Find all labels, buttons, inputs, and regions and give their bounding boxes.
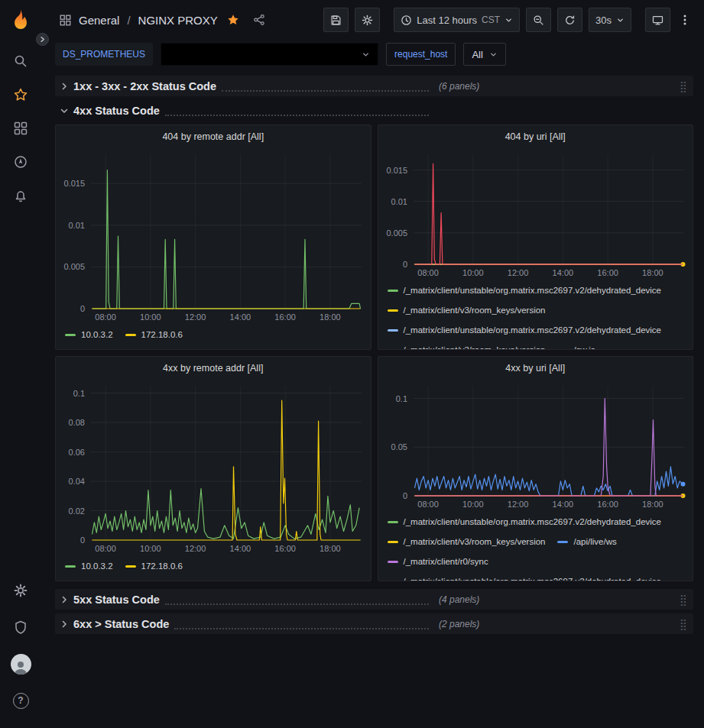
row-5xx[interactable]: 5xx Status Code (4 panels) ⣿ bbox=[55, 589, 693, 610]
explore-compass-icon[interactable] bbox=[5, 147, 36, 177]
legend-swatch bbox=[125, 565, 136, 568]
sidebar-bottom-nav: ? bbox=[5, 572, 36, 719]
panel-title[interactable]: 4xx by uri [All] bbox=[378, 357, 693, 380]
legend-item[interactable]: 10.0.3.2 bbox=[65, 327, 113, 342]
svg-text:0.01: 0.01 bbox=[69, 221, 85, 230]
row-1xx-3xx-2xx[interactable]: 1xx - 3xx - 2xx Status Code (6 panels) ⣿ bbox=[55, 76, 693, 96]
legend-swatch bbox=[557, 541, 568, 543]
legend-label: 172.18.0.6 bbox=[141, 561, 183, 571]
legend-item[interactable]: 172.18.0.6 bbox=[125, 327, 183, 342]
sidebar-top-nav bbox=[5, 43, 36, 214]
favorite-star-icon[interactable] bbox=[227, 14, 239, 26]
svg-text:14:00: 14:00 bbox=[230, 312, 251, 322]
grafana-logo-icon[interactable] bbox=[7, 6, 34, 34]
svg-text:16:00: 16:00 bbox=[274, 544, 296, 553]
time-series-plot[interactable]: 00.0050.010.01508:0010:0012:0014:0016:00… bbox=[56, 148, 371, 324]
legend-swatch bbox=[388, 561, 398, 563]
legend-item[interactable]: /_matrix/client/v3/room_keys/version bbox=[388, 534, 546, 549]
legend-item[interactable]: 10.0.3.2 bbox=[65, 558, 113, 574]
legend-label: /_matrix/client/v3/room_keys/version bbox=[404, 306, 546, 315]
row-drag-handle[interactable]: ⣿ bbox=[673, 81, 693, 92]
svg-text:16:00: 16:00 bbox=[274, 312, 296, 322]
var-request-host-value: All bbox=[472, 49, 482, 60]
legend-item[interactable]: /_matrix/client/unstable/org.matrix.msc2… bbox=[388, 514, 662, 529]
chart-svg: 00.0050.010.01508:0010:0012:0014:0016:00… bbox=[56, 148, 371, 324]
save-dashboard-button[interactable] bbox=[323, 8, 349, 32]
row-drag-handle[interactable]: ⣿ bbox=[673, 619, 693, 629]
user-avatar[interactable] bbox=[5, 649, 36, 679]
legend-item[interactable]: /_matrix/client/unstable/org.matrix.msc2… bbox=[388, 322, 662, 338]
breadcrumb-separator: / bbox=[127, 14, 130, 27]
server-admin-gear-icon[interactable] bbox=[5, 575, 36, 606]
row-title: 4xx Status Code bbox=[73, 105, 160, 117]
var-ds-prometheus-select[interactable] bbox=[161, 43, 378, 66]
dashboard-settings-button[interactable] bbox=[355, 8, 380, 32]
tv-mode-button[interactable] bbox=[645, 8, 670, 32]
chevron-down-icon bbox=[362, 50, 370, 59]
legend-label: /sw.js bbox=[573, 345, 595, 349]
legend-item[interactable]: /_matrix/client/r0/sync bbox=[388, 554, 488, 569]
svg-text:14:00: 14:00 bbox=[230, 544, 251, 553]
var-request-host-label[interactable]: request_host bbox=[386, 43, 456, 66]
zoom-out-button[interactable] bbox=[526, 8, 551, 32]
row-drag-handle[interactable]: ⣿ bbox=[673, 594, 693, 605]
svg-text:08:00: 08:00 bbox=[417, 268, 439, 277]
svg-text:0: 0 bbox=[402, 491, 407, 500]
refresh-interval-label: 30s bbox=[595, 15, 612, 26]
svg-text:08:00: 08:00 bbox=[95, 312, 116, 322]
var-ds-prometheus-label[interactable]: DS_PROMETHEUS bbox=[55, 43, 153, 66]
legend-swatch bbox=[388, 329, 398, 332]
time-series-plot[interactable]: 00.0050.010.01508:0010:0012:0014:0016:00… bbox=[378, 148, 693, 280]
time-series-plot[interactable]: 00.050.108:0010:0012:0014:0016:0018:00 bbox=[378, 380, 693, 511]
row-title: 6xx > Status Code bbox=[73, 618, 169, 630]
svg-text:10:00: 10:00 bbox=[462, 268, 484, 277]
admin-shield-icon[interactable] bbox=[5, 612, 36, 642]
legend-item[interactable]: /_matrix/client/v3/room_keys/version bbox=[388, 303, 546, 318]
row-6xx[interactable]: 6xx > Status Code (2 panels) ⣿ bbox=[55, 613, 693, 634]
legend-item[interactable]: /_matrix/client/unstable/org.matrix.msc2… bbox=[388, 283, 662, 298]
sidebar-expand-button[interactable] bbox=[36, 33, 49, 46]
refresh-button[interactable] bbox=[557, 8, 582, 32]
search-icon[interactable] bbox=[5, 46, 36, 76]
dashboard-grid-icon bbox=[60, 15, 71, 26]
avatar bbox=[11, 654, 31, 675]
svg-text:0: 0 bbox=[80, 535, 85, 545]
panel-legend: 10.0.3.2172.18.0.6 bbox=[56, 324, 371, 349]
topbar-actions: Last 12 hours CST 30s bbox=[323, 8, 693, 32]
legend-item[interactable]: /_matrix/client/unstable/org.matrix.msc2… bbox=[388, 574, 662, 581]
help-icon[interactable]: ? bbox=[5, 685, 36, 716]
refresh-interval-picker[interactable]: 30s bbox=[589, 8, 631, 32]
chevron-down-icon bbox=[60, 102, 68, 120]
var-request-host-select[interactable]: All bbox=[463, 43, 505, 66]
svg-text:18:00: 18:00 bbox=[642, 268, 663, 277]
panel-title[interactable]: 404 by remote addr [All] bbox=[56, 125, 371, 148]
dashboards-icon[interactable] bbox=[5, 113, 36, 144]
panel-title[interactable]: 404 by uri [All] bbox=[378, 125, 693, 148]
svg-text:12:00: 12:00 bbox=[185, 312, 206, 322]
row-panel-count: (6 panels) bbox=[439, 81, 479, 92]
svg-text:10:00: 10:00 bbox=[140, 312, 161, 322]
legend-swatch bbox=[388, 309, 398, 312]
breadcrumb-dashboard-title[interactable]: NGINX PROXY bbox=[138, 14, 218, 27]
legend-item[interactable]: /sw.js bbox=[557, 342, 595, 349]
kebab-menu-icon[interactable] bbox=[676, 8, 693, 32]
svg-text:0.05: 0.05 bbox=[391, 442, 407, 451]
alerting-bell-icon[interactable] bbox=[5, 180, 36, 211]
clock-icon bbox=[401, 15, 412, 26]
legend-item[interactable]: /api/live/ws bbox=[557, 534, 616, 549]
chart-svg: 00.0050.010.01508:0010:0012:0014:0016:00… bbox=[378, 148, 693, 280]
dotted-leader bbox=[165, 109, 429, 116]
time-series-plot[interactable]: 00.020.040.060.080.108:0010:0012:0014:00… bbox=[56, 380, 371, 555]
legend-item[interactable]: /_matrix/client/v3/room_keys/version bbox=[388, 342, 546, 349]
svg-text:16:00: 16:00 bbox=[597, 500, 618, 509]
svg-text:0: 0 bbox=[80, 304, 85, 313]
share-icon[interactable] bbox=[253, 14, 265, 26]
panel-title[interactable]: 4xx by remote addr [All] bbox=[56, 357, 371, 380]
time-range-label: Last 12 hours bbox=[417, 15, 477, 26]
legend-item[interactable]: 172.18.0.6 bbox=[125, 558, 183, 574]
row-4xx[interactable]: 4xx Status Code bbox=[55, 100, 693, 121]
starred-dashboards-icon[interactable] bbox=[5, 79, 36, 110]
breadcrumb-section[interactable]: General bbox=[79, 14, 119, 27]
legend-label: /_matrix/client/v3/room_keys/version bbox=[404, 537, 546, 546]
time-range-picker[interactable]: Last 12 hours CST bbox=[394, 8, 520, 32]
